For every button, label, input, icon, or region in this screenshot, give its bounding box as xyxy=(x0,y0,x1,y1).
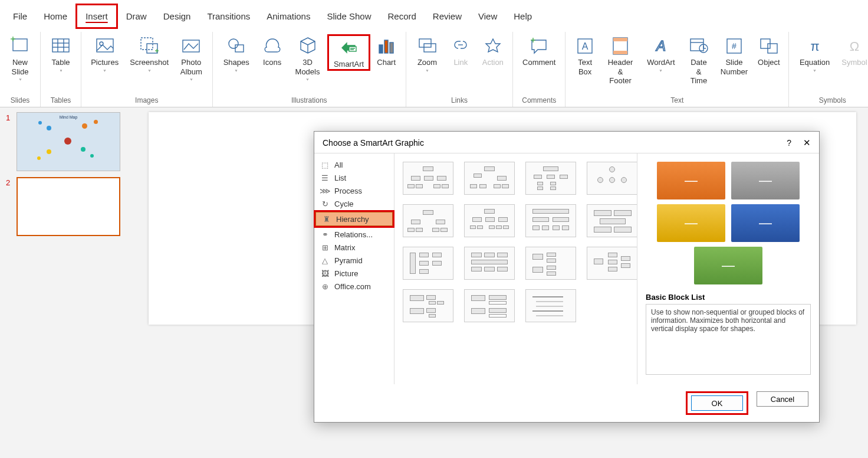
zoom-button[interactable]: Zoom xyxy=(410,34,445,76)
slide-thumb-row[interactable]: 1 Mind Map xyxy=(6,112,131,171)
gallery-item[interactable] xyxy=(403,204,453,237)
relationship-icon: ⚭ xyxy=(320,230,330,239)
smartart-label: SmartArt xyxy=(334,60,364,69)
photo-album-button[interactable]: PhotoAlbum xyxy=(174,34,209,86)
pyramid-icon: △ xyxy=(320,256,330,265)
dialog-footer: OK Cancel xyxy=(314,384,819,422)
cat-pyramid[interactable]: △Pyramid xyxy=(314,254,394,267)
category-list: ⬚All ☰List ⋙Process ↻Cycle ♜Hierarchy ⚭R… xyxy=(314,153,394,384)
tab-design[interactable]: Design xyxy=(155,5,199,27)
headerfooter-button[interactable]: Header& Footer xyxy=(601,34,640,86)
tab-slideshow[interactable]: Slide Show xyxy=(318,5,379,27)
gallery-item[interactable] xyxy=(464,247,515,280)
tab-insert[interactable]: Insert xyxy=(75,4,118,29)
cancel-button[interactable]: Cancel xyxy=(757,391,808,407)
chart-button[interactable]: Chart xyxy=(370,34,402,67)
wordart-button[interactable]: A WordArt xyxy=(640,34,682,76)
gallery-item[interactable] xyxy=(525,204,576,237)
comment-label: Comment xyxy=(522,58,555,67)
shapes-icon xyxy=(226,35,247,57)
dialog-close-button[interactable]: ✕ xyxy=(803,138,811,148)
cat-hierarchy[interactable]: ♜Hierarchy xyxy=(315,212,393,226)
shapes-label: Shapes xyxy=(222,58,251,76)
cat-cycle[interactable]: ↻Cycle xyxy=(314,197,394,210)
preview-pane: — — — — — Basic Block List Use to show n… xyxy=(637,153,819,384)
slidenum-button[interactable]: # SlideNumber xyxy=(715,34,752,76)
gallery-item[interactable] xyxy=(403,289,453,322)
tab-record[interactable]: Record xyxy=(379,5,424,27)
datetime-button[interactable]: Date &Time xyxy=(682,34,716,86)
photo-album-label: PhotoAlbum xyxy=(180,58,203,86)
gallery-item[interactable] xyxy=(403,162,453,195)
tab-file[interactable]: File xyxy=(5,5,35,27)
icons-button[interactable]: Icons xyxy=(257,34,288,67)
gallery-item[interactable] xyxy=(525,289,576,322)
thumb-title: Mind Map xyxy=(17,115,120,119)
new-slide-label: NewSlide xyxy=(9,58,31,86)
tab-review[interactable]: Review xyxy=(425,5,470,27)
gallery-item[interactable] xyxy=(525,247,576,280)
slide-thumb-row[interactable]: 2 xyxy=(6,177,131,236)
cat-list[interactable]: ☰List xyxy=(314,171,394,184)
symbol-icon: Ω xyxy=(844,35,865,57)
table-button[interactable]: Table xyxy=(44,34,77,76)
zoom-label: Zoom xyxy=(416,58,439,76)
object-icon xyxy=(758,35,780,57)
slide-thumb-1[interactable]: Mind Map xyxy=(17,112,120,171)
preview-description: Use to show non-sequential or grouped bl… xyxy=(646,304,811,375)
object-button[interactable]: Object xyxy=(752,34,785,67)
list-icon: ☰ xyxy=(320,173,330,182)
slide-number: 2 xyxy=(6,177,17,187)
datetime-icon xyxy=(688,35,709,57)
screenshot-button[interactable]: Screenshot xyxy=(124,34,174,76)
cat-office[interactable]: ⊕Office.com xyxy=(314,280,394,293)
tab-transitions[interactable]: Transitions xyxy=(199,5,258,27)
gallery-item[interactable] xyxy=(525,162,576,195)
smartart-button[interactable]: SmartArt xyxy=(327,34,371,71)
gallery-item[interactable] xyxy=(464,162,515,195)
shapes-button[interactable]: Shapes xyxy=(216,34,257,76)
gallery-item[interactable] xyxy=(464,204,515,237)
preview-graphic: — — — — — xyxy=(646,162,811,284)
picture-icon: 🖼 xyxy=(320,269,330,278)
tab-view[interactable]: View xyxy=(470,5,505,27)
dialog-help-button[interactable]: ? xyxy=(787,138,791,148)
gallery-item[interactable] xyxy=(587,247,637,280)
tab-home[interactable]: Home xyxy=(35,5,75,27)
tab-animations[interactable]: Animations xyxy=(258,5,318,27)
preview-block: — xyxy=(657,204,725,242)
new-slide-button[interactable]: NewSlide xyxy=(4,34,37,86)
pictures-button[interactable]: Pictures xyxy=(85,34,124,76)
slide-number: 1 xyxy=(6,112,17,122)
gallery-item[interactable] xyxy=(403,247,453,280)
gallery-item[interactable] xyxy=(464,289,515,322)
ok-button[interactable]: OK xyxy=(691,395,743,411)
matrix-icon: ⊞ xyxy=(320,243,330,252)
comment-button[interactable]: Comment xyxy=(517,34,561,67)
equation-button[interactable]: π Equation xyxy=(793,34,837,76)
svg-rect-23 xyxy=(379,45,383,53)
gallery-item[interactable] xyxy=(587,204,637,237)
comment-icon xyxy=(528,35,550,57)
slide-thumb-2[interactable] xyxy=(17,177,120,236)
cat-matrix[interactable]: ⊞Matrix xyxy=(314,241,394,254)
cat-relationship[interactable]: ⚭Relations... xyxy=(314,228,394,241)
cat-all[interactable]: ⬚All xyxy=(314,158,394,171)
tab-help[interactable]: Help xyxy=(505,5,540,27)
cat-picture[interactable]: 🖼Picture xyxy=(314,267,394,280)
gallery-item[interactable] xyxy=(587,162,637,195)
slide-panel: 1 Mind Map 2 xyxy=(0,107,137,458)
group-text-label: Text xyxy=(670,95,683,104)
group-links-label: Links xyxy=(451,95,468,104)
tab-draw[interactable]: Draw xyxy=(118,5,155,27)
symbol-label: Symbol xyxy=(841,58,867,67)
cat-process[interactable]: ⋙Process xyxy=(314,184,394,197)
wordart-label: WordArt xyxy=(646,58,676,76)
group-tables-label: Tables xyxy=(51,95,71,104)
textbox-button[interactable]: A TextBox xyxy=(569,34,600,76)
icons-label: Icons xyxy=(263,58,281,67)
3d-models-button[interactable]: 3DModels xyxy=(288,34,327,86)
link-icon xyxy=(450,35,471,57)
smartart-gallery[interactable] xyxy=(394,153,637,384)
group-images: Pictures Screenshot PhotoAlbum Images xyxy=(81,32,213,107)
